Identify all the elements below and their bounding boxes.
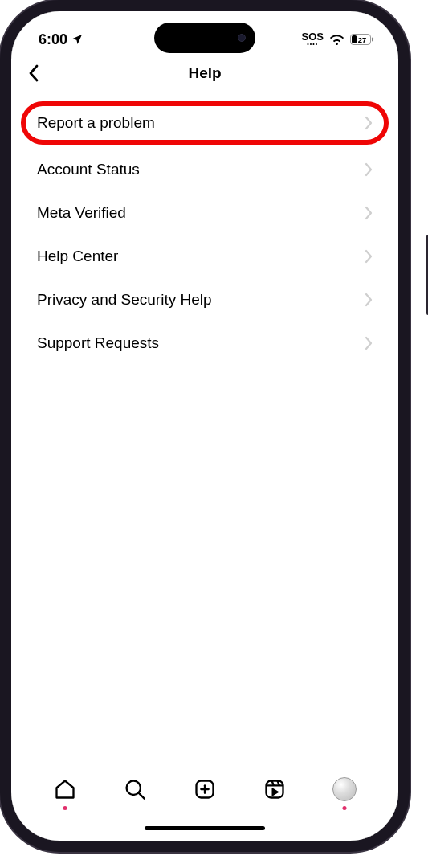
menu-item-account-status[interactable]: Account Status (21, 148, 389, 191)
nav-header: Help (11, 56, 398, 90)
menu-item-help-center[interactable]: Help Center (21, 235, 389, 278)
menu-item-support-requests[interactable]: Support Requests (21, 321, 389, 365)
reels-icon (263, 778, 286, 800)
svg-rect-9 (266, 781, 283, 798)
page-title: Help (21, 64, 389, 82)
menu-item-label: Account Status (37, 161, 140, 178)
svg-text:27: 27 (358, 35, 367, 43)
svg-rect-1 (352, 35, 357, 43)
menu-item-label: Privacy and Security Help (37, 291, 212, 309)
svg-rect-2 (372, 37, 373, 41)
location-icon (71, 33, 84, 46)
menu-item-meta-verified[interactable]: Meta Verified (21, 191, 389, 235)
menu-item-label: Help Center (37, 248, 118, 265)
chevron-right-icon (365, 336, 373, 350)
back-button[interactable] (21, 60, 47, 86)
phone-frame: 6:00 SOS •••• (0, 0, 410, 852)
chevron-right-icon (365, 162, 373, 177)
tab-profile[interactable] (328, 773, 361, 805)
notification-dot (63, 806, 67, 810)
chevron-right-icon (365, 293, 373, 307)
screen: 6:00 SOS •••• (11, 11, 398, 841)
bottom-nav (11, 764, 398, 815)
notification-dot (342, 806, 346, 810)
tab-reels[interactable] (259, 773, 291, 805)
tab-create[interactable] (189, 773, 221, 805)
menu-item-report-problem[interactable]: Report a problem (21, 101, 389, 145)
svg-line-5 (139, 793, 145, 799)
battery-icon: 27 (350, 34, 374, 45)
search-icon (124, 778, 146, 800)
wifi-icon (329, 34, 344, 45)
status-time: 6:00 (39, 31, 67, 48)
home-icon (54, 778, 76, 800)
sos-indicator: SOS •••• (302, 32, 324, 47)
tab-search[interactable] (119, 773, 151, 805)
menu-item-label: Support Requests (37, 334, 159, 352)
menu-item-privacy-security[interactable]: Privacy and Security Help (21, 278, 389, 321)
chevron-right-icon (365, 249, 373, 264)
dynamic-island (154, 23, 255, 53)
menu-item-label: Report a problem (37, 114, 155, 132)
menu-list: Report a problem Account Status Meta Ver… (11, 90, 398, 764)
profile-avatar (332, 777, 357, 801)
tab-home[interactable] (49, 773, 81, 805)
chevron-right-icon (365, 206, 373, 220)
chevron-right-icon (365, 116, 373, 130)
chevron-left-icon (28, 63, 39, 83)
menu-item-label: Meta Verified (37, 204, 126, 222)
create-icon (194, 778, 216, 800)
home-indicator-bar[interactable] (11, 815, 398, 841)
